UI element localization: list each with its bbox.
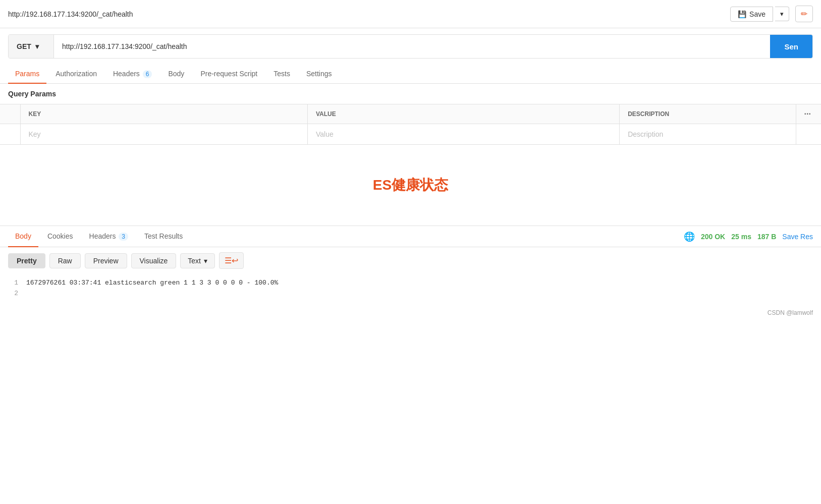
more-options-icon[interactable]: ··· [804,109,811,118]
method-select[interactable]: GET ▾ [9,35,54,58]
code-line-1: 1 1672976261 03:37:41 elasticsearch gree… [8,278,813,289]
annotation-text: ES健康状态 [373,176,448,195]
table-header-key: KEY [20,104,307,124]
save-response-button[interactable]: Save Res [782,233,813,241]
status-code: 200 OK [701,233,725,241]
tab-headers[interactable]: Headers 6 [106,65,159,84]
table-row: Key Value Description [0,124,821,145]
table-header-checkbox [0,104,20,124]
query-params-title: Query Params [0,84,821,104]
tab-tests[interactable]: Tests [266,65,297,84]
wrap-button[interactable]: ☰↩ [219,252,244,269]
code-content-1: 1672976261 03:37:41 elasticsearch green … [26,278,278,289]
response-tab-headers[interactable]: Headers 3 [82,226,136,247]
headers-badge: 6 [143,70,152,78]
text-format-label: Text [188,257,201,265]
table-header-value: VALUE [307,104,619,124]
top-bar: http://192.168.177.134:9200/_cat/health … [0,0,821,28]
request-tabs: Params Authorization Headers 6 Body Pre-… [0,65,821,84]
table-header-more: ··· [796,104,821,124]
format-preview-button[interactable]: Preview [85,253,127,268]
top-url: http://192.168.177.134:9200/_cat/health [8,10,730,18]
row-value[interactable]: Value [307,124,619,145]
tab-settings[interactable]: Settings [299,65,339,84]
line-number-1: 1 [8,278,18,289]
wrap-icon: ☰↩ [225,256,238,265]
code-line-2: 2 [8,289,813,299]
annotation-area: ES健康状态 [0,145,821,226]
save-dropdown-button[interactable]: ▾ [775,7,789,21]
format-bar: Pretty Raw Preview Visualize Text ▾ ☰↩ [0,247,821,274]
response-meta: 🌐 200 OK 25 ms 187 B Save Res [684,231,813,242]
row-checkbox [0,124,20,145]
row-more [796,124,821,145]
pencil-icon: ✏ [801,10,807,18]
response-tab-cookies[interactable]: Cookies [40,226,80,247]
globe-icon: 🌐 [684,231,695,242]
tab-body[interactable]: Body [161,65,191,84]
text-format-chevron: ▾ [204,257,207,265]
response-tab-body[interactable]: Body [8,226,38,247]
request-bar: GET ▾ Sen [8,34,813,59]
tab-authorization[interactable]: Authorization [48,65,104,84]
format-visualize-button[interactable]: Visualize [131,253,177,268]
code-area: 1 1672976261 03:37:41 elasticsearch gree… [0,274,821,307]
save-icon: 💾 [738,10,746,18]
format-pretty-button[interactable]: Pretty [8,253,45,268]
tab-pre-request[interactable]: Pre-request Script [193,65,264,84]
row-key[interactable]: Key [20,124,307,145]
response-time: 25 ms [731,233,751,241]
table-header-description: DESCRIPTION [620,104,796,124]
method-dropdown-icon: ▾ [35,42,39,50]
tab-params[interactable]: Params [8,65,46,84]
footer-credit: CSDN @lamwolf [768,309,813,316]
edit-button[interactable]: ✏ [795,6,813,22]
format-raw-button[interactable]: Raw [49,253,81,268]
response-tab-test-results[interactable]: Test Results [137,226,190,247]
response-headers-badge: 3 [119,233,128,241]
text-format-dropdown[interactable]: Text ▾ [180,253,215,268]
url-input[interactable] [54,42,770,50]
method-label: GET [17,42,31,50]
top-actions: 💾 Save ▾ ✏ [730,6,813,22]
row-description[interactable]: Description [620,124,796,145]
params-table: KEY VALUE DESCRIPTION ··· Key Value Desc… [0,104,821,145]
line-number-2: 2 [8,289,18,299]
footer: CSDN @lamwolf [0,307,821,318]
save-button[interactable]: 💾 Save [730,7,773,22]
response-tabs: Body Cookies Headers 3 Test Results 🌐 20… [0,226,821,247]
send-button[interactable]: Sen [770,35,812,58]
response-size: 187 B [757,233,776,241]
